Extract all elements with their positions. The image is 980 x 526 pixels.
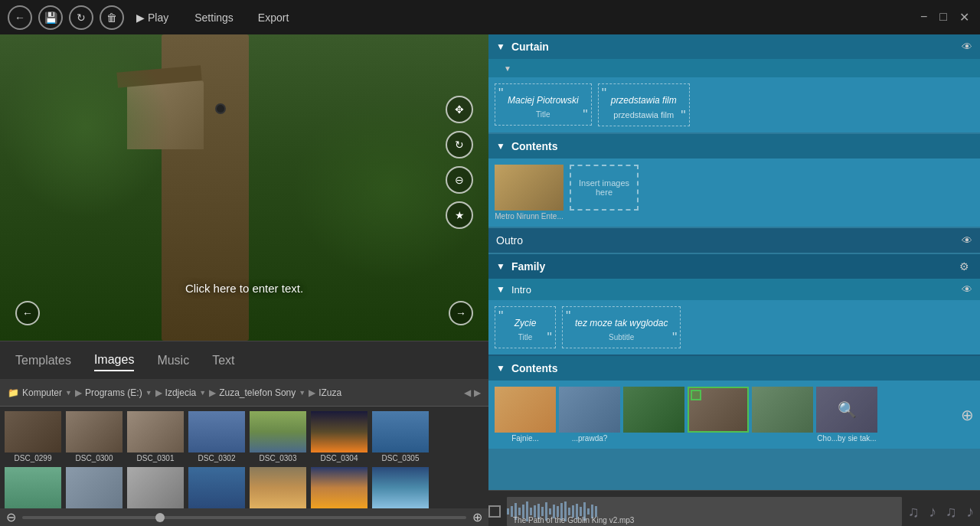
titlebar: ← 💾 ↻ 🗑 ▶ Play Settings Export − □ ✕ [0,0,980,34]
music-notes: ♫ ♪ ♫ ♪ [908,503,980,521]
minimize-button[interactable]: − [917,10,930,25]
file-path-bar: 📁 Komputer ▼ ▶ Programs (E:) ▼ ▶ Izdjeci… [0,379,488,407]
thumbnail [250,411,306,452]
contents-thumbnail[interactable] [495,165,564,211]
file-item[interactable]: DSC_0302 [187,410,247,464]
audio-checkbox[interactable] [488,505,501,518]
fam-img-3[interactable] [623,387,684,443]
left-panel: Click here to enter text. ✥ ↻ ⊖ ★ ← → Te… [0,34,488,526]
svg-rect-7 [530,508,532,515]
export-menu[interactable]: Export [252,8,295,27]
outro-header: Outro 👁 [488,228,980,253]
back-button[interactable]: ← [8,5,32,30]
thumbnail [311,467,368,508]
folder-icon: 📁 [8,387,19,398]
file-item[interactable]: DSC_0299 [3,410,63,464]
family-contents-arrow: ▼ [496,363,505,374]
family-contents-title: Contents [511,362,558,374]
contents1-arrow: ▼ [496,141,505,152]
tab-images[interactable]: Images [94,350,134,371]
zoom-out-icon[interactable]: ⊖ [446,166,473,194]
thumbnail [127,411,184,452]
path-scroll-right[interactable]: ▶ [474,387,481,398]
path-izdjecia[interactable]: Izdjecia [165,387,197,398]
prev-button[interactable]: ← [15,301,40,325]
path-programs[interactable]: Programs (E:) [85,387,142,398]
next-button[interactable]: → [449,301,473,325]
media-tabs: Templates Images Music Text [0,341,488,379]
curtain-sub-arrow: ▼ [504,64,511,73]
outro-eye-icon[interactable]: 👁 [962,234,972,247]
file-item[interactable]: DSC_0305 [371,410,430,464]
file-item[interactable]: DSC_0309 [64,466,124,508]
curtain-subtitle-block[interactable]: " przedstawia film " przedstawia film [598,83,690,126]
save-button[interactable]: 💾 [38,5,63,30]
contents-zoom: ⊕ [961,387,974,443]
contents1-title: Contents [511,140,558,152]
file-item[interactable]: DSC_0312 [248,466,308,508]
files-grid: DSC_0299 DSC_0300 DSC_0301 DSC_0302 [0,407,488,508]
family-gear-icon[interactable]: ⚙ [959,260,969,273]
file-item[interactable]: DSC_0303 [248,410,308,464]
settings-menu[interactable]: Settings [188,8,240,27]
maximize-button[interactable]: □ [936,10,950,25]
intro-title-block[interactable]: " Zycie " Title [495,306,556,348]
path-komputer[interactable]: Komputer [22,387,62,398]
tab-templates[interactable]: Templates [15,351,71,371]
fam-img-6[interactable]: 🔍 Cho...by sie tak... [816,387,877,443]
delete-button[interactable]: 🗑 [100,5,124,30]
preview-scene [0,34,488,341]
tab-text[interactable]: Text [212,351,234,371]
menu-bar: Settings Export [188,8,295,27]
fam-img-1[interactable]: Fajnie... [495,387,556,443]
insert-slot[interactable]: Insert images here [570,165,639,211]
family-contents-grid: Fajnie... ...prawda? [488,381,980,449]
zoom-in-icon[interactable]: ✥ [446,96,473,123]
file-item[interactable]: DSC_0301 [126,410,185,464]
fam-thumbnail-4 [688,387,749,433]
family-contents: ▼ Contents Fajnie... ...prawda? [488,356,980,449]
file-browser: 📁 Komputer ▼ ▶ Programs (E:) ▼ ▶ Izdjeci… [0,379,488,526]
zoom-in-button[interactable]: ⊕ [472,510,482,524]
zoom-out-button[interactable]: ⊖ [6,510,16,524]
curtain-content: " Maciej Piotrowski " Title " przedstawi… [488,77,980,132]
file-item[interactable]: DSC_0313 [309,466,369,508]
thumbnail [188,467,245,508]
file-item[interactable]: DSC_0307 [3,466,63,508]
preview-area[interactable]: Click here to enter text. ✥ ↻ ⊖ ★ ← → [0,34,488,341]
rotate-icon[interactable]: ↻ [446,131,473,158]
curtain-title-block[interactable]: " Maciej Piotrowski " Title [495,83,592,126]
path-scroll-left[interactable]: ◀ [464,387,471,398]
path-izuza[interactable]: IZuza [318,387,341,398]
close-button[interactable]: ✕ [956,10,972,25]
intro-eye-icon[interactable]: 👁 [962,283,972,296]
file-item[interactable]: DSC_0310 [126,466,185,508]
intro-section: ▼ Intro 👁 " Zycie " Title " tez moze tak… [488,279,980,354]
file-item[interactable]: DSC_0304 [309,410,369,464]
star-icon[interactable]: ★ [446,201,473,229]
intro-subtitle-block[interactable]: " tez moze tak wyglodac " Subtitle [562,306,681,348]
path-zuza[interactable]: Zuza_telefon Sony [219,387,296,398]
audio-track[interactable]: The Path of the Goblin King v2.mp3 [507,497,902,526]
thumbnail [188,411,245,452]
file-item[interactable]: DSC_0300 [64,410,124,464]
preview-center-text[interactable]: Click here to enter text. [185,282,303,295]
fam-img-5[interactable] [752,387,813,443]
zoom-icon[interactable]: ⊕ [961,406,974,424]
fam-img-2[interactable]: ...prawda? [559,387,620,443]
undo-button[interactable]: ↻ [69,5,93,30]
intro-title: Intro [511,284,531,296]
curtain-eye-icon[interactable]: 👁 [962,41,972,53]
fam-thumbnail-3 [623,387,684,433]
preview-nav-right: → [449,301,473,325]
play-label: Play [148,11,168,24]
outro-section: Outro 👁 [488,228,980,253]
fam-thumbnail-6: 🔍 [816,387,877,433]
fam-img-4[interactable] [688,387,749,443]
family-title: Family [511,260,545,273]
thumbnail [311,411,368,452]
tab-music[interactable]: Music [157,351,189,371]
file-item[interactable]: DSC_0314 [371,466,430,508]
play-button[interactable]: ▶ Play [130,8,175,27]
file-item[interactable]: DSC_0311 [187,466,247,508]
